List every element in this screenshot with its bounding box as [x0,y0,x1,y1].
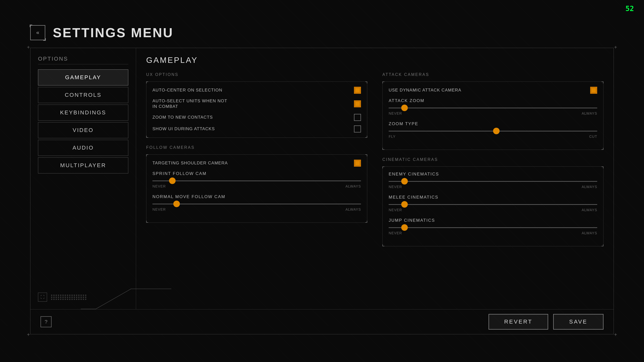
normal-move-slider-max: ALWAYS [345,207,361,211]
enemy-cine-slider-label: ENEMY CINEMATICS [389,172,597,177]
content-columns: UX OPTIONS AUTO-CENTER ON SELECTION [146,72,603,254]
checkbox-zoom-contacts[interactable] [354,114,361,121]
enemy-cine-slider-min: NEVER [389,185,402,189]
setting-row-targeting: TARGETING SHOULDER CAMERA [152,160,361,167]
checkbox-auto-center[interactable] [354,87,361,94]
jump-cine-slider-row: JUMP CINEMATICS NEVER ALWAYS [389,218,597,235]
zoom-type-slider-min: FLY [389,134,396,139]
sprint-slider-labels: NEVER ALWAYS [152,184,361,188]
setting-row-auto-select: AUTO-SELECT UNITS WHEN NOT IN COMBAT [152,98,361,109]
checkbox-auto-select[interactable] [354,100,361,107]
fps-counter: 52 [625,5,634,13]
sprint-slider-min: NEVER [152,184,166,188]
melee-cine-slider-max: ALWAYS [582,208,597,212]
bottom-bar: ? REVERT SAVE [30,309,614,334]
sc-br [365,136,367,138]
attack-zoom-slider-min: NEVER [389,111,402,115]
melee-cine-slider-row: MELEE CINEMATICS NEVER ALWAYS [389,195,597,212]
sc-bl2 [146,221,148,223]
cinematic-section-label: CINEMATIC CAMERAS [382,157,603,162]
sidebar-btn-video[interactable]: VIDEO [38,122,128,138]
panel-body: OPTIONS GAMEPLAY CONTROLS KEYBINDINGS VI… [30,48,614,309]
follow-cameras-box: TARGETING SHOULDER CAMERA SPRINT FOLLOW … [146,154,367,223]
sc-tr [365,81,367,83]
corner-plus-tl: + [27,44,30,50]
sprint-slider-track[interactable] [152,178,361,183]
sc-bl3 [382,148,384,150]
enemy-cine-slider-row: ENEMY CINEMATICS NEVER ALWAYS [389,172,597,189]
sc-tl2 [146,154,148,156]
enemy-cine-slider-labels: NEVER ALWAYS [389,185,597,189]
bottom-buttons: REVERT SAVE [489,314,603,330]
zoom-type-slider-row: ZOOM TYPE FLY CUT [389,121,597,139]
checkbox-show-ui[interactable] [354,125,361,132]
sidebar-btn-gameplay[interactable]: GAMEPLAY [38,69,128,85]
setting-label-targeting: TARGETING SHOULDER CAMERA [152,160,228,166]
setting-label-show-ui: SHOW UI DURING ATTACKS [152,126,215,132]
attack-zoom-slider-track[interactable] [389,105,597,110]
setting-label-zoom-contacts: ZOOM TO NEW CONTACTS [152,115,213,120]
settings-container: « SETTINGS MENU + + + + OPTIONS GAMEPLAY… [30,25,614,337]
sc-br2 [365,221,367,223]
content-title: GAMEPLAY [146,56,603,65]
help-button[interactable]: ? [41,316,52,327]
right-column: ATTACK CAMERAS USE DYNAMIC ATTACK CAMERA [382,72,603,254]
attack-zoom-slider-max: ALWAYS [582,111,597,115]
save-button[interactable]: SAVE [553,314,603,330]
melee-cine-slider-labels: NEVER ALWAYS [389,208,597,212]
jump-cine-slider-track[interactable] [389,225,597,230]
checkbox-targeting[interactable] [354,160,361,167]
settings-title: SETTINGS MENU [53,25,174,40]
sc-bl4 [382,244,384,246]
normal-move-slider-row: NORMAL MOVE FOLLOW CAM NEVER ALWAYS [152,194,361,211]
ux-section-label: UX OPTIONS [146,72,367,77]
revert-button[interactable]: REVERT [489,314,548,330]
melee-cine-slider-label: MELEE CINEMATICS [389,195,597,200]
sc-tr3 [601,81,603,83]
sidebar-btn-multiplayer[interactable]: MULTIPLAYER [38,157,128,173]
setting-row-dynamic-attack: USE DYNAMIC ATTACK CAMERA [389,87,597,94]
sprint-slider-label: SPRINT FOLLOW CAM [152,171,361,176]
attack-section-label: ATTACK CAMERAS [382,72,603,77]
sidebar-btn-audio[interactable]: AUDIO [38,140,128,156]
sc-tl3 [382,81,384,83]
setting-row-auto-center: AUTO-CENTER ON SELECTION [152,87,361,94]
sc-bl [146,136,148,138]
zoom-type-slider-label: ZOOM TYPE [389,121,597,126]
back-button[interactable]: « [30,25,45,40]
normal-move-slider-labels: NEVER ALWAYS [152,207,361,211]
back-icon: « [36,29,39,36]
content-area: GAMEPLAY UX OPTIONS AUTO-CENTER ON S [136,48,614,309]
normal-move-slider-track[interactable] [152,201,361,206]
main-panel: + + + + OPTIONS GAMEPLAY CONTROLS KEYBIN… [30,48,614,334]
corner-plus-bl: + [27,332,30,338]
setting-label-auto-select: AUTO-SELECT UNITS WHEN NOT IN COMBAT [152,98,233,109]
attack-zoom-slider-row: ATTACK ZOOM NEVER ALWAYS [389,98,597,115]
corner-plus-br: + [614,332,617,338]
setting-row-show-ui: SHOW UI DURING ATTACKS [152,125,361,132]
zoom-type-slider-labels: FLY CUT [389,134,597,139]
attack-zoom-slider-label: ATTACK ZOOM [389,98,597,103]
follow-section-label: FOLLOW CAMERAS [146,145,367,150]
sc-br4 [601,244,603,246]
jump-cine-slider-labels: NEVER ALWAYS [389,231,597,235]
sidebar-decoration: ⛶ [38,288,128,302]
enemy-cine-slider-track[interactable] [389,179,597,184]
sidebar-btn-keybindings[interactable]: KEYBINDINGS [38,105,128,121]
enemy-cine-slider-max: ALWAYS [582,185,597,189]
sprint-slider-row: SPRINT FOLLOW CAM NEVER ALWAYS [152,171,361,188]
sidebar-btn-controls[interactable]: CONTROLS [38,87,128,103]
attack-cameras-box: USE DYNAMIC ATTACK CAMERA ATTACK ZOOM [382,81,603,150]
setting-label-dynamic-attack: USE DYNAMIC ATTACK CAMERA [389,87,461,93]
settings-header: « SETTINGS MENU [30,25,614,40]
normal-move-slider-label: NORMAL MOVE FOLLOW CAM [152,194,361,199]
zoom-type-slider-track[interactable] [389,128,597,133]
sc-tl [146,81,148,83]
checkbox-dynamic-attack[interactable] [590,87,597,94]
sidebar-section-title: OPTIONS [38,56,128,64]
left-column: UX OPTIONS AUTO-CENTER ON SELECTION [146,72,367,254]
melee-cine-slider-track[interactable] [389,202,597,207]
setting-label-auto-center: AUTO-CENTER ON SELECTION [152,87,222,93]
sc-tr4 [601,166,603,168]
melee-cine-slider-min: NEVER [389,208,402,212]
